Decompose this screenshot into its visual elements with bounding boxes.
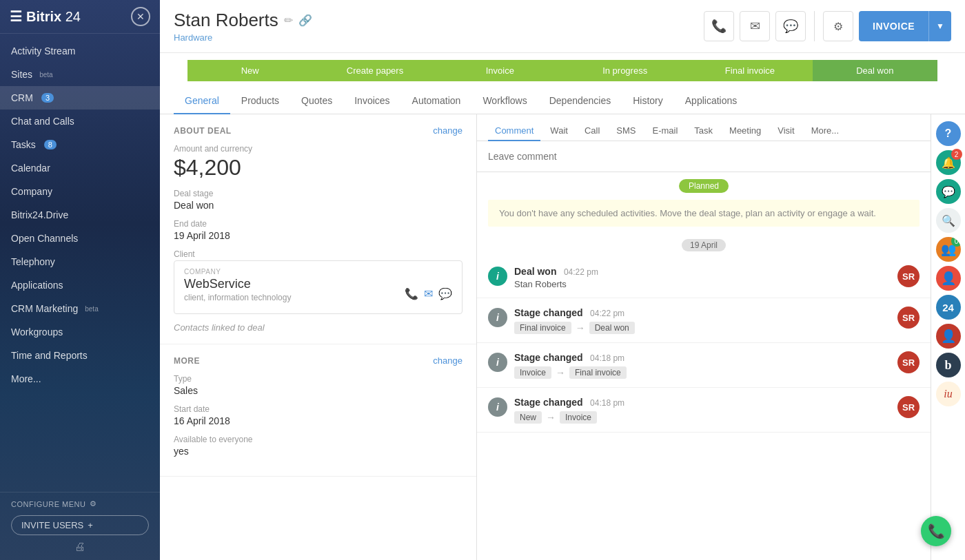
sidebar-item-tasks[interactable]: Tasks 8 bbox=[0, 133, 160, 156]
stage-in-progress[interactable]: In progress bbox=[562, 60, 687, 81]
more-section-title: MORE bbox=[174, 356, 200, 366]
sidebar-item-company[interactable]: Company bbox=[0, 180, 160, 203]
company-name[interactable]: WebService bbox=[184, 277, 291, 291]
sidebar-item-bitrix-drive[interactable]: Bitrix24.Drive bbox=[0, 203, 160, 227]
end-date-label: End date bbox=[174, 219, 463, 229]
print-button[interactable]: 🖨 bbox=[11, 541, 149, 553]
invite-users-button[interactable]: INVITE USERS + bbox=[11, 515, 149, 535]
email-button[interactable]: ✉ bbox=[740, 11, 770, 41]
sidebar-close-button[interactable]: ✕ bbox=[131, 7, 150, 26]
stage-arrow-1: → bbox=[576, 322, 585, 333]
sidebar-item-label: Time and Reports bbox=[11, 350, 88, 361]
client-phone-icon[interactable]: 📞 bbox=[405, 287, 418, 300]
avatar-deal-won: SR bbox=[897, 265, 920, 287]
chat-button[interactable]: 💬 bbox=[775, 11, 806, 41]
help-button[interactable]: ? bbox=[936, 121, 961, 146]
more-section-change-btn[interactable]: change bbox=[433, 355, 463, 366]
tab-general[interactable]: General bbox=[174, 88, 230, 114]
stage-deal-won[interactable]: Deal won bbox=[813, 60, 937, 81]
sidebar-item-workgroups[interactable]: Workgroups bbox=[0, 320, 160, 344]
avatar-rail-3[interactable]: 👤 bbox=[936, 324, 961, 349]
activity-content-deal-won: Deal won 04:22 pm Stan Roberts bbox=[514, 265, 891, 289]
stage-invoice[interactable]: Invoice bbox=[438, 60, 562, 81]
sidebar-item-label: Applications bbox=[11, 280, 63, 291]
stage-arrow-3: → bbox=[546, 412, 556, 423]
sidebar-item-applications[interactable]: Applications bbox=[0, 273, 160, 297]
sidebar-item-calendar[interactable]: Calendar bbox=[0, 156, 160, 180]
configure-menu-button[interactable]: CONFIGURE MENU ⚙ bbox=[11, 499, 149, 508]
tasks-badge: 8 bbox=[44, 140, 57, 149]
tab-workflows[interactable]: Workflows bbox=[471, 88, 538, 114]
comment-input-area bbox=[477, 141, 931, 172]
sidebar-item-time-reports[interactable]: Time and Reports bbox=[0, 344, 160, 367]
bitrix24-number-icon[interactable]: 24 bbox=[936, 295, 961, 320]
tab-invoices[interactable]: Invoices bbox=[343, 88, 400, 114]
to-stage-1: Deal won bbox=[589, 322, 635, 334]
sidebar-item-activity-stream[interactable]: Activity Stream bbox=[0, 39, 160, 63]
tab-applications[interactable]: Applications bbox=[674, 88, 749, 114]
group-avatar-1[interactable]: 👥 0 bbox=[936, 237, 961, 262]
edit-deal-icon[interactable]: ✏ bbox=[284, 14, 293, 27]
activity-tab-meeting[interactable]: Meeting bbox=[722, 121, 768, 141]
iu-logo-button[interactable]: iu bbox=[936, 382, 961, 406]
stage-transition-1: Final invoice → Deal won bbox=[514, 322, 891, 334]
sidebar-item-sites[interactable]: Sites beta bbox=[0, 63, 160, 86]
notifications-button[interactable]: 🔔 2 bbox=[936, 150, 961, 175]
b-logo-button[interactable]: b bbox=[936, 353, 961, 377]
activity-title-stage-1: Stage changed bbox=[514, 307, 583, 318]
phone-float-button[interactable]: 📞 bbox=[921, 516, 951, 546]
tab-dependencies[interactable]: Dependencies bbox=[538, 88, 622, 114]
invoice-button[interactable]: INVOICE bbox=[859, 11, 928, 41]
tab-products[interactable]: Products bbox=[230, 88, 290, 114]
search-button[interactable]: 🔍 bbox=[936, 208, 961, 233]
activity-item-stage-3: i Stage changed 04:18 pm New → Invoice S… bbox=[477, 388, 931, 433]
sidebar-item-label: Bitrix24.Drive bbox=[11, 209, 68, 220]
chat-bubble-icon: 💬 bbox=[942, 185, 955, 198]
comment-input[interactable] bbox=[488, 148, 920, 165]
activity-tab-comment[interactable]: Comment bbox=[488, 121, 540, 141]
avatar-stage-3: SR bbox=[897, 396, 920, 418]
sidebar-item-chat-calls[interactable]: Chat and Calls bbox=[0, 110, 160, 133]
available-value: yes bbox=[174, 446, 463, 457]
deal-body: ABOUT DEAL change Amount and currency $4… bbox=[160, 114, 965, 560]
deal-header: Stan Roberts ✏ 🔗 Hardware 📞 ✉ 💬 ⚙ INVOIC… bbox=[160, 0, 965, 53]
about-deal-change-btn[interactable]: change bbox=[433, 125, 463, 136]
activity-tab-visit[interactable]: Visit bbox=[771, 121, 801, 141]
client-chat-icon[interactable]: 💬 bbox=[438, 287, 452, 300]
info-icon: i bbox=[496, 357, 499, 368]
deal-info-panel: ABOUT DEAL change Amount and currency $4… bbox=[160, 114, 477, 560]
stage-create-papers[interactable]: Create papers bbox=[312, 60, 437, 81]
chat-rail-button[interactable]: 💬 bbox=[936, 179, 961, 204]
link-deal-icon[interactable]: 🔗 bbox=[298, 14, 312, 27]
deal-settings-button[interactable]: ⚙ bbox=[823, 11, 853, 41]
tab-quotes[interactable]: Quotes bbox=[290, 88, 343, 114]
sidebar-item-crm[interactable]: CRM 3 bbox=[0, 86, 160, 110]
avatar-rail-2[interactable]: 👤 bbox=[936, 266, 961, 291]
activity-tab-more[interactable]: More... bbox=[804, 121, 846, 141]
detail-tabs: General Products Quotes Invoices Automat… bbox=[160, 88, 965, 114]
sidebar-item-open-channels[interactable]: Open Channels bbox=[0, 227, 160, 250]
info-icon: i bbox=[496, 271, 499, 282]
activity-tab-call[interactable]: Call bbox=[578, 121, 607, 141]
call-button[interactable]: 📞 bbox=[704, 11, 734, 41]
available-label: Available to everyone bbox=[174, 435, 463, 444]
amount-number: 4,200 bbox=[186, 155, 241, 180]
sidebar-item-crm-marketing[interactable]: CRM Marketing beta bbox=[0, 297, 160, 320]
stage-final-invoice[interactable]: Final invoice bbox=[687, 60, 812, 81]
invoice-dropdown-button[interactable]: ▼ bbox=[928, 11, 951, 41]
sidebar-item-telephony[interactable]: Telephony bbox=[0, 250, 160, 273]
tab-automation[interactable]: Automation bbox=[401, 88, 472, 114]
activity-tab-wait[interactable]: Wait bbox=[543, 121, 575, 141]
sidebar-item-more[interactable]: More... bbox=[0, 367, 160, 391]
deal-subtitle[interactable]: Hardware bbox=[174, 32, 704, 43]
stage-new[interactable]: New bbox=[187, 60, 312, 81]
activity-tab-email[interactable]: E-mail bbox=[645, 121, 684, 141]
client-email-icon[interactable]: ✉ bbox=[424, 287, 433, 300]
stage-arrow-2: → bbox=[556, 367, 565, 378]
sidebar-item-label: Telephony bbox=[11, 256, 55, 267]
activity-tab-task[interactable]: Task bbox=[687, 121, 720, 141]
type-value: Sales bbox=[174, 385, 463, 396]
activity-tab-sms[interactable]: SMS bbox=[609, 121, 642, 141]
hamburger-icon[interactable]: ☰ bbox=[10, 8, 22, 25]
tab-history[interactable]: History bbox=[622, 88, 674, 114]
